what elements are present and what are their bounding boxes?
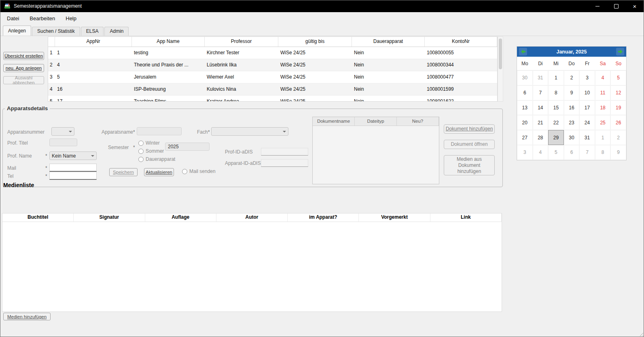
column-header-autor[interactable]: Autor <box>216 213 288 222</box>
calendar-day[interactable]: 14 <box>533 100 549 115</box>
calendar-day[interactable]: 22 <box>548 115 564 130</box>
calendar-day[interactable]: 1 <box>548 70 564 85</box>
year-field[interactable]: 2025 <box>165 143 210 151</box>
calendar-day[interactable]: 30 <box>517 70 533 85</box>
calendar-day[interactable]: 4 <box>533 145 549 160</box>
prof-titel-field[interactable] <box>49 139 77 146</box>
column-header-im-apparat[interactable]: im Apparat? <box>288 213 359 222</box>
sommer-radio[interactable] <box>138 149 144 154</box>
prof-name-select[interactable]: Kein Name <box>49 151 97 160</box>
fach-select[interactable] <box>211 127 288 136</box>
calendar-day[interactable]: 5 <box>610 70 626 85</box>
calendar-day[interactable]: 27 <box>517 130 533 145</box>
calendar-day[interactable]: 5 <box>548 145 564 160</box>
mail-senden-radio[interactable] <box>182 169 187 174</box>
menu-item-bearbeiten[interactable]: Bearbeiten <box>24 12 60 25</box>
column-header-auflage[interactable]: Auflage <box>145 213 216 222</box>
table-row[interactable]: 24Theorie und Praxis der ...Lüsebrink Il… <box>48 59 497 71</box>
tel-field[interactable] <box>49 172 97 180</box>
calendar-day[interactable]: 8 <box>595 145 611 160</box>
dokument-oeffnen-button[interactable]: Dokument öffnen <box>444 140 495 149</box>
menu-item-help[interactable]: Help <box>60 12 82 25</box>
apparatsname-field[interactable] <box>137 127 182 135</box>
tab-elsa[interactable]: ELSA <box>81 27 104 36</box>
uebersicht-erstellen-button[interactable]: Übersicht erstellen <box>3 52 44 60</box>
calendar-day[interactable]: 20 <box>517 115 533 130</box>
tab-anlegen[interactable]: Anlegen <box>3 26 31 36</box>
calendar-day[interactable]: 29 <box>548 130 564 145</box>
calendar-day[interactable]: 15 <box>548 100 564 115</box>
column-header-kontonr[interactable]: KontoNr <box>425 37 497 47</box>
scrollbar-thumb[interactable] <box>499 38 502 69</box>
calendar-day[interactable]: 11 <box>595 85 611 100</box>
column-header-gueltig-bis[interactable]: gültig bis <box>278 37 352 47</box>
table-row[interactable]: 517Teaching FilmsKratzer AndreaWiSe 24/2… <box>48 96 497 102</box>
apparat-id-adis-field[interactable] <box>261 159 308 167</box>
calendar-day[interactable]: 10 <box>579 85 595 100</box>
speichern-button[interactable]: Speichern <box>109 168 138 176</box>
calendar-day[interactable]: 4 <box>595 70 611 85</box>
minimize-button[interactable] <box>588 0 607 12</box>
calendar-day[interactable]: 26 <box>610 115 626 130</box>
calendar-day[interactable]: 9 <box>610 145 626 160</box>
calendar-day[interactable]: 21 <box>533 115 549 130</box>
apparatsnummer-select[interactable] <box>51 127 74 136</box>
dauerapparat-radio[interactable] <box>138 157 144 162</box>
dokument-hinzufuegen-button[interactable]: Dokument hinzufügen <box>444 124 495 134</box>
calendar-day[interactable]: 19 <box>610 100 626 115</box>
menu-item-datei[interactable]: Datei <box>2 12 24 25</box>
resize-grip[interactable] <box>638 331 643 336</box>
app-table-scrollbar[interactable] <box>498 36 503 102</box>
calendar-day[interactable]: 17 <box>579 100 595 115</box>
column-header-appnr[interactable]: AppNr <box>55 37 132 47</box>
calendar-day[interactable]: 6 <box>517 85 533 100</box>
tab-suchen-statistik[interactable]: Suchen / Statistik <box>32 27 80 36</box>
calendar-day[interactable]: 8 <box>548 85 564 100</box>
auswahl-abbrechen-button[interactable]: Auswahl abbrechen <box>3 76 44 84</box>
column-header-dauerapparat[interactable]: Dauerapparat <box>352 37 425 47</box>
medien-aus-dokument-button[interactable]: Medien aus Dokument hinzufügen <box>444 155 495 175</box>
calendar-day[interactable]: 2 <box>564 70 580 85</box>
calendar-day[interactable]: 3 <box>517 145 533 160</box>
column-header-signatur[interactable]: Signatur <box>74 213 145 222</box>
calendar-day[interactable]: 13 <box>517 100 533 115</box>
column-header-buchtitel[interactable]: Buchtitel <box>2 213 74 222</box>
table-row[interactable]: 11testingKirchner TesterWiSe 24/25Nein10… <box>48 47 497 59</box>
calendar-day[interactable]: 2 <box>610 130 626 145</box>
calendar-prev-button[interactable] <box>519 48 527 55</box>
column-header-link[interactable]: Link <box>430 213 502 222</box>
winter-radio[interactable] <box>138 141 144 146</box>
calendar-day[interactable]: 18 <box>595 100 611 115</box>
maximize-button[interactable] <box>607 0 625 12</box>
column-header-vorgemerkt[interactable]: Vorgemerkt <box>359 213 430 222</box>
tab-admin[interactable]: Admin <box>104 27 129 36</box>
prof-id-adis-field[interactable] <box>261 148 308 156</box>
calendar-next-button[interactable] <box>616 48 624 55</box>
calendar-day[interactable]: 7 <box>579 145 595 160</box>
calendar-day[interactable]: 30 <box>564 130 580 145</box>
calendar-day[interactable]: 7 <box>533 85 549 100</box>
column-header-app-name[interactable]: App Name <box>132 37 205 47</box>
column-header-professor[interactable]: Professor <box>205 37 278 47</box>
neu-app-anlegen-button[interactable]: neu. App anlegen <box>3 64 44 72</box>
calendar-day[interactable]: 24 <box>579 115 595 130</box>
table-row[interactable]: 416ISP-BetreuungKulovics NinaWiSe 24/25N… <box>48 83 497 96</box>
calendar-day[interactable]: 31 <box>579 130 595 145</box>
calendar-day[interactable]: 25 <box>595 115 611 130</box>
calendar-day[interactable]: 23 <box>564 115 580 130</box>
calendar-day[interactable]: 3 <box>579 70 595 85</box>
mail-field[interactable] <box>49 164 97 172</box>
column-header-dokumentname[interactable]: Dokumentname <box>313 117 355 126</box>
medien-hinzufuegen-button[interactable]: Medien hinzufügen <box>3 313 51 320</box>
column-header-neu[interactable]: Neu? <box>397 117 439 126</box>
calendar-day[interactable]: 16 <box>564 100 580 115</box>
table-row[interactable]: 35JerusalemWiemer AxelWiSe 24/25Nein1008… <box>48 71 497 83</box>
calendar-day[interactable]: 28 <box>533 130 549 145</box>
calendar-day[interactable]: 6 <box>564 145 580 160</box>
calendar-day[interactable]: 31 <box>533 70 549 85</box>
column-header-dateityp[interactable]: Dateityp <box>355 117 397 126</box>
calendar-day[interactable]: 9 <box>564 85 580 100</box>
calendar-day[interactable]: 12 <box>610 85 626 100</box>
calendar-day[interactable]: 1 <box>595 130 611 145</box>
aktualisieren-button[interactable]: Aktualisieren <box>144 168 174 176</box>
